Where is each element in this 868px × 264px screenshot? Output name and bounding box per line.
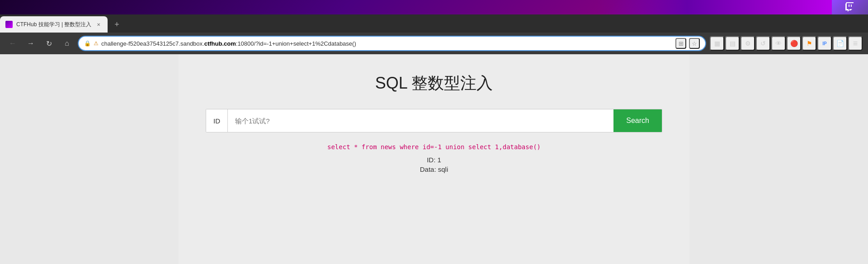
ip-button[interactable]: IP (817, 36, 832, 51)
settings-button[interactable]: ⚙ (741, 36, 755, 51)
tab-label: CTFHub 技能学习 | 整数型注入 (16, 21, 91, 28)
active-tab[interactable]: CTFHub 技能学习 | 整数型注入 ✕ (0, 16, 108, 33)
browser-content: SQL 整数型注入 ID Search select * from news w… (0, 54, 868, 264)
undo-button[interactable]: ↺ (756, 36, 770, 51)
cert-icon: ⚠ (94, 40, 99, 47)
svg-rect-0 (851, 5, 852, 7)
svg-rect-1 (849, 5, 849, 7)
back-button[interactable]: ← (5, 36, 20, 51)
reload-button[interactable]: ↻ (42, 36, 56, 51)
search-form: ID Search (206, 109, 662, 132)
red-icon-button[interactable]: 🔴 (787, 36, 801, 51)
address-icons: ⊞ ☆ (675, 38, 700, 49)
sidebar-button[interactable]: ▤ (725, 36, 740, 51)
result-data: Data: sqli (420, 165, 448, 173)
address-domain: ctfhub.com (204, 40, 236, 47)
tab-favicon (5, 21, 13, 28)
home-button[interactable]: ⌂ (60, 36, 74, 51)
navigation-bar: ← → ↻ ⌂ 🔒 ⚠ challenge-f520ea37543125c7.s… (0, 33, 868, 54)
tab-bar: CTFHub 技能学习 | 整数型注入 ✕ + (0, 14, 868, 33)
search-input[interactable] (228, 109, 613, 132)
qr-button[interactable]: ⊞ (675, 38, 686, 49)
address-bar[interactable]: 🔒 ⚠ challenge-f520ea37543125c7.sandbox.c… (78, 36, 706, 51)
minimize-button[interactable]: ─ (806, 0, 826, 14)
address-suffix: :10800/?id=-1+union+select+1%2Cdatabase(… (236, 40, 356, 47)
address-prefix: challenge-f520ea37543125c7.sandbox. (101, 40, 204, 47)
id-label: ID (206, 109, 228, 132)
page-title: SQL 整数型注入 (375, 72, 493, 94)
library-button[interactable]: ▦ (710, 36, 724, 51)
bookmark-button[interactable]: ☆ (689, 38, 700, 49)
address-text: challenge-f520ea37543125c7.sandbox.ctfhu… (101, 40, 673, 47)
tab-close-button[interactable]: ✕ (95, 21, 102, 28)
menu-button[interactable]: ≡ (848, 36, 863, 51)
new-tab-button[interactable]: + (109, 17, 124, 32)
result-id: ID: 1 (427, 156, 441, 164)
forward-button[interactable]: → (24, 36, 38, 51)
nav-right-icons: ▦ ▤ ⚙ ↺ 👁 🔴 ⚑ IP 📄 ≡ (710, 36, 863, 51)
pdf-button[interactable]: 📄 (833, 36, 847, 51)
search-button[interactable]: Search (613, 109, 662, 132)
app-logo (832, 0, 868, 14)
security-icon: 🔒 (84, 40, 91, 47)
eye-button[interactable]: 👁 (771, 36, 786, 51)
content-area: SQL 整数型注入 ID Search select * from news w… (179, 54, 689, 264)
flag-icon-button[interactable]: ⚑ (802, 36, 816, 51)
query-display: select * from news where id=-1 union sel… (327, 143, 541, 151)
